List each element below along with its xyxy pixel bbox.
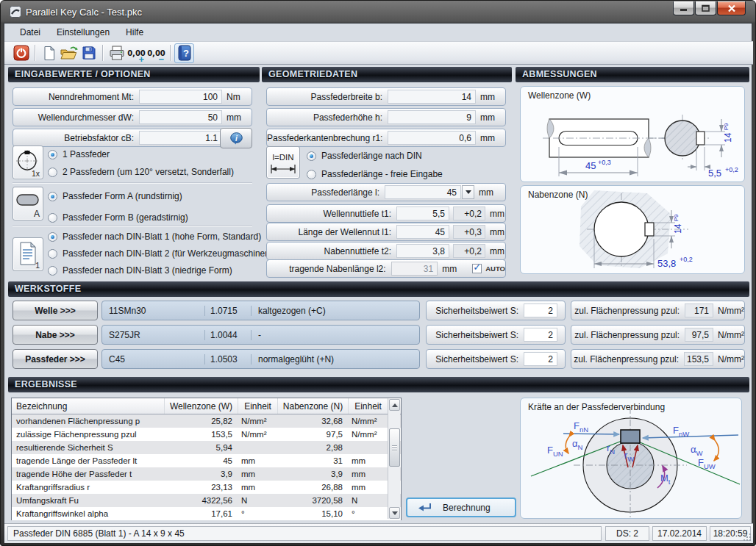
app-icon [10, 6, 21, 18]
material-name: S275JR [102, 330, 205, 340]
menu-hilfe[interactable]: Hilfe [118, 25, 151, 40]
hub-safety-input[interactable]: 2 [524, 328, 557, 342]
material-treatment: kaltgezogen (+C) [252, 306, 326, 316]
hub-safety-row: Sicherheitsbeiwert S: 2 [426, 325, 566, 345]
cell: N/mm² [238, 414, 278, 428]
svg-text:+0,3: +0,3 [598, 159, 611, 166]
radio-one-key[interactable]: 1 Passfeder [48, 148, 110, 161]
shaft-groove-depth-unit: mm [485, 209, 504, 219]
table-scrollbar[interactable] [388, 399, 400, 519]
shaft-zone-label: Wellenzone (W) [528, 90, 591, 101]
save-icon [82, 46, 96, 60]
panel-header-results: ERGEBNISSE [8, 377, 749, 392]
exit-button[interactable] [11, 43, 31, 63]
calculate-button[interactable]: Berechnung [406, 497, 516, 517]
shaft-material-field: 11SMn30 1.0715 kaltgezogen (+C) [101, 301, 420, 320]
pressure-unit: N/mm² [713, 330, 744, 340]
key-form-icon-box: A [13, 187, 43, 220]
app-window: Parallel Key Calc - Test.pkc Datei Einst… [0, 0, 756, 546]
cell: ° [349, 507, 388, 520]
key-form-icon-caption: A [34, 209, 40, 219]
cell: 23,13 [165, 481, 238, 494]
radio-length-free-label: Passfederlänge - freie Eingabe [321, 169, 443, 179]
key-material-button[interactable]: Passfeder >>> [13, 349, 98, 369]
shaft-groove-depth-input[interactable]: 5,5 [396, 206, 449, 220]
open-file-icon [60, 46, 78, 61]
auto-checkbox[interactable]: ✓ [472, 264, 482, 273]
key-safety-input[interactable]: 2 [524, 352, 557, 366]
shaft-safety-row: Sicherheitsbeiwert S: 2 [426, 301, 566, 320]
shaft-material-button[interactable]: Welle >>> [13, 301, 98, 320]
svg-text:i: i [235, 134, 238, 142]
col-header: Wellenzone (W) [165, 398, 238, 414]
radio-length-free[interactable]: Passfederlänge - freie Eingabe [307, 168, 443, 181]
hub-pressure-value: 97,5 [685, 328, 713, 342]
hub-groove-depth-row: Nabennuttiefe t2: 3,8 +0,2 mm [266, 242, 506, 260]
maximize-button[interactable] [695, 1, 716, 15]
print-button[interactable] [107, 43, 126, 63]
table-row: zulässige Flächenpressung pzul153,5N/mm²… [12, 428, 401, 441]
open-file-button[interactable] [59, 43, 79, 63]
pressure-label: zul. Flächenpressung pzul: [571, 306, 685, 316]
hub-length-input[interactable]: 31 [391, 262, 438, 276]
force-label-fnn: FnN [574, 421, 588, 433]
force-label-fuw: FUW [698, 458, 716, 470]
key-length-input[interactable]: 45 [385, 185, 461, 199]
radio-form-a[interactable]: Passfeder Form A (rundstirnig) [48, 190, 182, 203]
key-height-row: Passfederhöhe h: 9 mm [266, 108, 506, 126]
scroll-down-button[interactable] [389, 507, 400, 519]
new-file-button[interactable] [39, 43, 59, 63]
minimize-button[interactable] [673, 1, 694, 15]
cell [238, 441, 278, 454]
radio-two-keys[interactable]: 2 Passfedern (um 120° versetzt, Sonderfa… [48, 165, 234, 179]
cell: N/mm² [349, 428, 388, 441]
arrow-up-icon [392, 403, 398, 407]
svg-text:14 P9: 14 P9 [723, 123, 733, 143]
hub-groove-depth-input[interactable]: 3,8 [396, 244, 449, 258]
decimal-decrease-button[interactable]: 0,00 − [146, 43, 166, 63]
panel-header-geometry: GEOMETRIEDATEN [262, 67, 512, 82]
shaft-groove-depth-tolerance: +0,2 [453, 206, 485, 220]
shaft-diameter-input[interactable]: 50 [139, 110, 222, 124]
torque-input[interactable]: 100 [139, 90, 222, 104]
key-height-input[interactable]: 9 [388, 110, 476, 124]
radio-form-b[interactable]: Passfeder Form B (geradstirnig) [48, 211, 188, 224]
help-button[interactable]: ? [174, 43, 194, 63]
menu-datei[interactable]: Datei [12, 25, 49, 40]
radio-din-sheet-2[interactable]: Passfeder nach DIN-Blatt 2 (für Werkzeug… [48, 247, 273, 260]
cell: 26,88 [278, 481, 349, 494]
menu-einstellungen[interactable]: Einstellungen [49, 25, 118, 40]
close-button[interactable] [717, 1, 746, 15]
key-chamfer-input[interactable]: 0,6 [388, 131, 476, 145]
scroll-up-button[interactable] [389, 399, 400, 411]
scrollbar-thumb[interactable] [389, 428, 400, 467]
shaft-safety-input[interactable]: 2 [524, 303, 557, 317]
service-factor-info-button[interactable]: i [220, 128, 252, 148]
shaft-groove-length-row: Länge der Wellennut l1: 45 +0,3 mm [266, 223, 506, 241]
cell: Umfangskraft Fu [12, 494, 165, 507]
radio-din-sheet-3[interactable]: Passfeder nach DIN-Blatt 3 (niedrige For… [48, 264, 232, 277]
force-diagram-box: Kräfte an der Passfederverbindung FnN Fn… [520, 398, 742, 519]
window-title: Parallel Key Calc - Test.pkc [26, 7, 142, 18]
status-date: 17.02.2014 [652, 526, 707, 541]
save-button[interactable] [79, 43, 99, 63]
torque-unit: Nm [222, 92, 240, 102]
resize-grip[interactable] [743, 533, 752, 542]
cell: 31 [278, 454, 349, 467]
cell: resultierende Sicherheit S [12, 441, 165, 454]
cell: 153,5 [165, 428, 238, 441]
material-treatment: - [252, 330, 261, 340]
decimal-increase-button[interactable]: 0,00 + [126, 43, 146, 63]
radio-length-din[interactable]: Passfederlänge nach DIN [307, 149, 422, 162]
close-icon [727, 4, 736, 12]
shaft-groove-length-input[interactable]: 45 [396, 225, 449, 239]
cell: 15,10 [278, 507, 349, 520]
radio-din-sheet-1[interactable]: Passfeder nach DIN-Blatt 1 (hohe Form, S… [48, 230, 261, 243]
radius-label-n: rN [607, 443, 615, 455]
hub-material-button[interactable]: Nabe >>> [13, 325, 98, 345]
shaft-diameter-label: Wellendurchmesser dW: [13, 112, 139, 123]
key-width-input[interactable]: 14 [388, 90, 476, 104]
key-length-dropdown-button[interactable] [462, 185, 474, 199]
svg-text:?: ? [183, 48, 189, 59]
service-factor-input[interactable]: 1.1 [139, 131, 222, 145]
